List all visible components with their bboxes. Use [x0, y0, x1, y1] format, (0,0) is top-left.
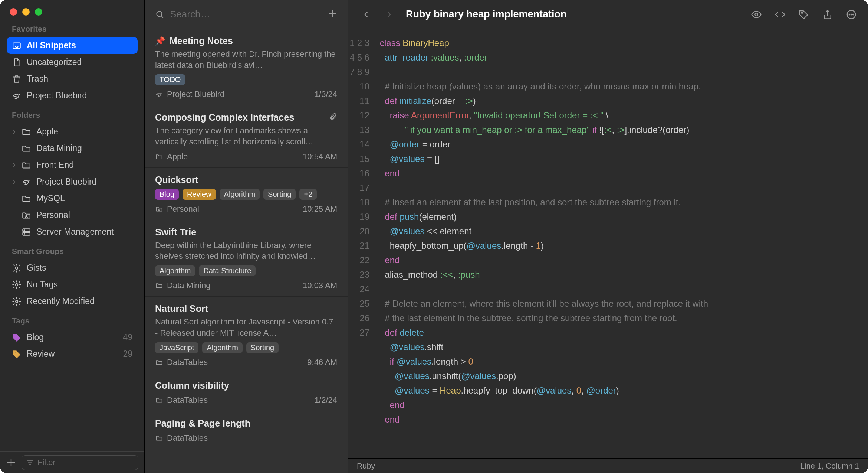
list-item-folder: DataTables: [155, 395, 208, 405]
tag-chip[interactable]: Algorithm: [202, 342, 242, 353]
editor-title: Ruby binary heap implementation: [406, 9, 567, 20]
svg-point-5: [24, 233, 25, 234]
sidebar-item-project-bluebird[interactable]: Project Bluebird: [7, 87, 138, 104]
sidebar-item-apple[interactable]: Apple: [7, 123, 138, 140]
tag-chip[interactable]: Blog: [155, 189, 179, 200]
sidebar-item-project-bluebird[interactable]: Project Bluebird: [7, 173, 138, 190]
list-item-excerpt: Natural Sort algorithm for Javascript - …: [155, 316, 337, 338]
list-item-folder: DataTables: [155, 433, 208, 443]
snippet-list-scroll[interactable]: 📌Meeting NotesThe meeting opened with Dr…: [145, 29, 348, 473]
sidebar-item-label: Review: [27, 349, 55, 359]
tag-chip[interactable]: Algorithm: [155, 265, 195, 276]
add-button[interactable]: [6, 457, 16, 468]
editor-toolbar: [751, 9, 857, 20]
sidebar-item-label: Server Management: [36, 227, 114, 237]
sidebar-item-front-end[interactable]: Front End: [7, 157, 138, 173]
pin-icon: 📌: [155, 36, 165, 46]
sidebar-section-folders: Folders: [7, 104, 138, 123]
sidebar-item-label: Front End: [36, 160, 74, 170]
sidebar-item-no-tags[interactable]: No Tags: [7, 276, 138, 293]
editor-pane: Ruby binary heap implementation 1 2 3 4 …: [348, 0, 868, 473]
code-content[interactable]: class BinaryHeap attr_reader :values, :o…: [375, 29, 868, 458]
chevron-right-icon[interactable]: [12, 179, 16, 185]
list-item-title: Paging & Page length: [155, 418, 250, 429]
sidebar-item-review[interactable]: Review29: [7, 346, 138, 362]
list-item[interactable]: QuicksortBlogReviewAlgorithmSorting+2Per…: [145, 168, 348, 220]
sidebar-item-label: Project Bluebird: [27, 91, 87, 101]
list-item[interactable]: Natural SortNatural Sort algorithm for J…: [145, 297, 348, 373]
back-button[interactable]: [359, 9, 374, 20]
tag-icon[interactable]: [798, 9, 809, 20]
list-item-excerpt: The meeting opened with Dr. Finch presen…: [155, 49, 337, 71]
svg-point-17: [851, 14, 852, 15]
chevron-right-icon[interactable]: [12, 129, 16, 134]
sidebar-item-blog[interactable]: Blog49: [7, 329, 138, 346]
tag-chip[interactable]: Algorithm: [220, 189, 260, 200]
chevron-right-icon[interactable]: [12, 163, 16, 168]
list-item-title: Column visibility: [155, 380, 229, 391]
sidebar-item-personal[interactable]: Personal: [7, 207, 138, 224]
sidebar-item-label: Apple: [36, 127, 58, 137]
new-snippet-button[interactable]: [328, 9, 337, 20]
code-icon[interactable]: [775, 9, 786, 20]
sidebar-item-mysql[interactable]: MySQL: [7, 190, 138, 207]
sidebar-item-label: Uncategorized: [27, 57, 82, 67]
sidebar-scroll: Favorites All SnippetsUncategorizedTrash…: [0, 22, 144, 451]
tag-chip[interactable]: Sorting: [263, 189, 296, 200]
list-item-folder: Personal: [155, 204, 199, 214]
share-icon[interactable]: [822, 9, 833, 20]
list-item[interactable]: Column visibilityDataTables1/2/24: [145, 373, 348, 411]
sidebar-section-smart: Smart Groups: [7, 240, 138, 260]
list-item-tags: BlogReviewAlgorithmSorting+2: [155, 189, 337, 200]
list-item-folder: Apple: [155, 152, 188, 162]
minimize-window-button[interactable]: [22, 8, 30, 16]
list-item-excerpt: Deep within the Labyrinthine Library, wh…: [155, 240, 337, 262]
folder-person-icon: [22, 211, 31, 220]
list-item-tags: JavaScriptAlgorithmSorting: [155, 342, 337, 353]
sidebar-item-gists[interactable]: Gists: [7, 260, 138, 276]
tag-chip[interactable]: JavaScript: [155, 342, 198, 353]
sidebar-item-server-management[interactable]: Server Management: [7, 224, 138, 240]
list-item-time: 10:54 AM: [303, 152, 337, 162]
sidebar-item-recently-modified[interactable]: Recently Modified: [7, 293, 138, 310]
list-item-title: Quicksort: [155, 174, 198, 185]
filter-input[interactable]: Filter: [22, 455, 138, 470]
sidebar-item-label: Data Mining: [36, 143, 82, 153]
list-item-title: Natural Sort: [155, 303, 208, 314]
tag-chip[interactable]: Data Structure: [199, 265, 256, 276]
folder-icon: [22, 194, 31, 203]
svg-point-18: [853, 14, 854, 15]
code-editor[interactable]: 1 2 3 4 5 6 7 8 9 10 11 12 13 14 15 16 1…: [348, 29, 868, 458]
sidebar-item-uncategorized[interactable]: Uncategorized: [7, 54, 138, 71]
app-window: Favorites All SnippetsUncategorizedTrash…: [0, 0, 868, 473]
tag-chip[interactable]: Sorting: [246, 342, 279, 353]
svg-point-16: [849, 14, 850, 15]
list-item[interactable]: Paging & Page lengthDataTables: [145, 411, 348, 449]
sidebar-item-label: Project Bluebird: [36, 177, 96, 187]
list-item-title: Swift Trie: [155, 227, 196, 238]
tag-chip[interactable]: TODO: [155, 74, 185, 85]
status-language[interactable]: Ruby: [357, 461, 375, 470]
list-item-time: 10:03 AM: [303, 281, 337, 290]
list-item[interactable]: Swift TrieDeep within the Labyrinthine L…: [145, 220, 348, 297]
maximize-window-button[interactable]: [35, 8, 42, 16]
list-item[interactable]: 📌Meeting NotesThe meeting opened with Dr…: [145, 29, 348, 105]
list-item-time: 1/2/24: [315, 395, 337, 405]
search-input[interactable]: Search…: [155, 9, 321, 20]
sidebar-item-all-snippets[interactable]: All Snippets: [7, 37, 138, 54]
gear-icon: [12, 280, 22, 290]
tray-icon: [12, 41, 22, 50]
forward-button[interactable]: [381, 9, 396, 20]
tag-chip[interactable]: Review: [183, 189, 216, 200]
list-item[interactable]: Composing Complex InterfacesThe category…: [145, 105, 348, 167]
close-window-button[interactable]: [10, 8, 17, 16]
tag-chip[interactable]: +2: [299, 189, 317, 200]
sidebar-item-label: Gists: [27, 263, 46, 273]
more-icon[interactable]: [846, 9, 857, 20]
preview-icon[interactable]: [751, 9, 762, 20]
sidebar-item-label: Blog: [27, 332, 44, 342]
sidebar-item-data-mining[interactable]: Data Mining: [7, 140, 138, 157]
svg-point-8: [16, 300, 18, 303]
sidebar-item-trash[interactable]: Trash: [7, 71, 138, 87]
list-item-folder: Data Mining: [155, 281, 210, 290]
